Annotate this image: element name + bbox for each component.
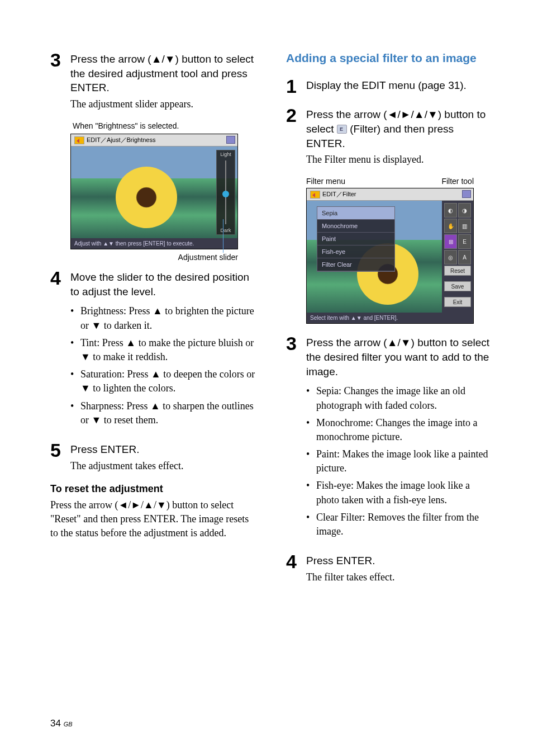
slider-caption: Adjustment slider <box>70 253 238 262</box>
light-label: Light <box>220 152 231 157</box>
step-3-right: 3 Press the arrow (▲/▼) button to select… <box>286 334 494 542</box>
preview-image: Light Dark <box>71 147 237 238</box>
filter-bullets: Sepia: Changes the image like an old pho… <box>306 384 494 538</box>
reset-button: Reset <box>444 266 471 276</box>
step-instruction: Press the arrow (◄/►/▲/▼) button to sele… <box>306 107 494 150</box>
tool-icon: ◐ <box>444 203 457 218</box>
brightness-screenshot: EDIT／Ajust／Brightness Light Dark Adjust … <box>70 134 238 249</box>
step-instruction: Press ENTER. <box>70 442 258 457</box>
right-column: Adding a special filter to an image 1 Di… <box>286 50 494 594</box>
bullet-sharpness: Sharpness: Press ▲ to sharpen the outlin… <box>70 399 258 427</box>
step-result: The adjustment slider appears. <box>70 97 258 111</box>
step-5: 5 Press ENTER. The adjustment takes effe… <box>50 441 258 473</box>
indicator-icon <box>462 190 471 198</box>
step-1: 1 Display the EDIT menu (page 31). <box>286 77 494 96</box>
step-instruction: Press the arrow (▲/▼) button to select t… <box>70 52 258 95</box>
tool-icon-selected: ⊞ <box>444 234 457 249</box>
step-instruction: Press ENTER. <box>306 554 494 568</box>
bullet-monochrome: Monochrome: Changes the image into a mon… <box>306 416 494 444</box>
menu-item-monochrome: Monochrome <box>317 220 394 233</box>
page-number: 34 GB <box>50 718 73 729</box>
step-instruction: Move the slider to the desired position … <box>70 270 258 299</box>
exit-button: Exit <box>444 297 471 307</box>
reset-paragraph: Press the arrow (◄/►/▲/▼) button to sele… <box>50 498 258 541</box>
step-number: 4 <box>50 268 70 431</box>
step-result: The filter takes effect. <box>306 570 494 584</box>
brightness-caption: When "Brightness" is selected. <box>73 121 258 130</box>
back-icon <box>310 191 320 199</box>
step-number: 2 <box>286 106 306 167</box>
tool-palette: ◐ ◑ ✋ ▥ ⊞ E ◎ A Reset Save Exit <box>442 201 473 313</box>
step-4: 4 Move the slider to the desired positio… <box>50 268 258 431</box>
adjustment-bullets: Brightness: Press ▲ to brighten the pict… <box>70 304 258 427</box>
tool-icon: A <box>458 250 471 264</box>
tool-icon: E <box>458 234 471 249</box>
bullet-tint: Tint: Press ▲ to make the picture bluish… <box>70 336 258 364</box>
step-2: 2 Press the arrow (◄/►/▲/▼) button to se… <box>286 106 494 167</box>
bullet-paint: Paint: Makes the image look like a paint… <box>306 447 494 475</box>
filter-menu: Sepia Monochrome Paint Fish-eye Filter C… <box>317 206 395 272</box>
step-4-right: 4 Press ENTER. The filter takes effect. <box>286 552 494 584</box>
menu-item-paint: Paint <box>317 233 394 245</box>
menu-item-fisheye: Fish-eye <box>317 245 394 258</box>
tool-icon: ◑ <box>458 203 471 218</box>
bullet-fisheye: Fish-eye: Makes the image look like a ph… <box>306 479 494 507</box>
back-icon <box>74 136 84 144</box>
filter-tool-caption: Filter tool <box>441 177 474 186</box>
step-number: 1 <box>286 77 306 96</box>
section-heading: Adding a special filter to an image <box>286 50 494 65</box>
filter-icon <box>337 125 347 134</box>
menu-item-sepia: Sepia <box>317 207 394 220</box>
filter-captions: Filter menu Filter tool <box>306 177 474 186</box>
save-button: Save <box>444 281 471 291</box>
bullet-brightness: Brightness: Press ▲ to brighten the pict… <box>70 304 258 332</box>
step-result: The Filter menu is displayed. <box>306 153 494 167</box>
reset-heading: To reset the adjustment <box>50 483 258 495</box>
filter-menu-caption: Filter menu <box>306 177 345 186</box>
indicator-icon <box>226 136 235 144</box>
step-number: 3 <box>50 50 70 111</box>
step-instruction: Press the arrow (▲/▼) button to select t… <box>306 336 494 379</box>
edit-breadcrumb: EDIT／Filter <box>322 190 356 199</box>
step-number: 4 <box>286 552 306 584</box>
tool-icon: ▥ <box>458 219 471 233</box>
filter-screenshot: EDIT／Filter Sepia Monochrome Paint Fish-… <box>306 188 474 324</box>
step-3: 3 Press the arrow (▲/▼) button to select… <box>50 50 258 111</box>
bullet-sepia: Sepia: Changes the image like an old pho… <box>306 384 494 412</box>
step-result: The adjustment takes effect. <box>70 459 258 473</box>
step-number: 3 <box>286 334 306 542</box>
hint-bar: Select item with ▲▼ and [ENTER]. <box>307 313 473 323</box>
dark-label: Dark <box>217 228 235 233</box>
left-column: 3 Press the arrow (▲/▼) button to select… <box>50 50 258 594</box>
adjustment-slider: Light Dark <box>216 150 235 235</box>
step-instruction: Display the EDIT menu (page 31). <box>306 78 494 93</box>
tool-icon: ✋ <box>444 219 457 233</box>
menu-item-filter-clear: Filter Clear <box>317 258 394 271</box>
bullet-saturation: Saturation: Press ▲ to deepen the colors… <box>70 367 258 395</box>
edit-breadcrumb: EDIT／Ajust／Brightness <box>87 136 155 144</box>
tool-icon: ◎ <box>444 250 457 264</box>
step-number: 5 <box>50 441 70 473</box>
bullet-clear-filter: Clear Filter: Removes the filter from th… <box>306 511 494 538</box>
hint-bar: Adjust with ▲▼ then press [ENTER] to exe… <box>71 238 237 249</box>
